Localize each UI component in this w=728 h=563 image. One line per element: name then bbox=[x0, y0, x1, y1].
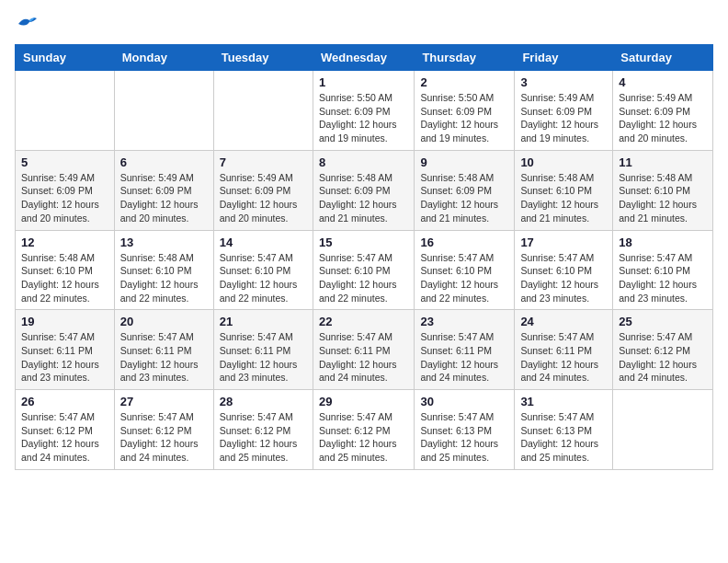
week-row-2: 5Sunrise: 5:49 AM Sunset: 6:09 PM Daylig… bbox=[16, 150, 713, 230]
calendar-cell: 7Sunrise: 5:49 AM Sunset: 6:09 PM Daylig… bbox=[213, 150, 313, 230]
day-info: Sunrise: 5:48 AM Sunset: 6:09 PM Dayligh… bbox=[319, 171, 408, 225]
calendar-cell: 27Sunrise: 5:47 AM Sunset: 6:12 PM Dayli… bbox=[114, 390, 213, 470]
day-info: Sunrise: 5:47 AM Sunset: 6:10 PM Dayligh… bbox=[420, 251, 508, 305]
day-number: 14 bbox=[220, 236, 307, 249]
weekday-header-saturday: Saturday bbox=[613, 45, 713, 71]
day-number: 22 bbox=[319, 315, 408, 328]
calendar-cell: 2Sunrise: 5:50 AM Sunset: 6:09 PM Daylig… bbox=[415, 71, 515, 151]
day-info: Sunrise: 5:47 AM Sunset: 6:12 PM Dayligh… bbox=[220, 410, 307, 465]
calendar-cell: 4Sunrise: 5:49 AM Sunset: 6:09 PM Daylig… bbox=[613, 71, 713, 151]
calendar-cell: 19Sunrise: 5:47 AM Sunset: 6:11 PM Dayli… bbox=[16, 310, 115, 390]
calendar-cell: 25Sunrise: 5:47 AM Sunset: 6:12 PM Dayli… bbox=[613, 310, 713, 390]
week-row-4: 19Sunrise: 5:47 AM Sunset: 6:11 PM Dayli… bbox=[16, 310, 713, 390]
day-info: Sunrise: 5:47 AM Sunset: 6:10 PM Dayligh… bbox=[220, 251, 307, 305]
calendar-cell: 23Sunrise: 5:47 AM Sunset: 6:11 PM Dayli… bbox=[415, 310, 515, 390]
day-info: Sunrise: 5:47 AM Sunset: 6:10 PM Dayligh… bbox=[520, 251, 607, 305]
week-row-1: 1Sunrise: 5:50 AM Sunset: 6:09 PM Daylig… bbox=[16, 71, 713, 151]
day-info: Sunrise: 5:49 AM Sunset: 6:09 PM Dayligh… bbox=[120, 171, 208, 225]
day-info: Sunrise: 5:49 AM Sunset: 6:09 PM Dayligh… bbox=[619, 91, 707, 145]
day-info: Sunrise: 5:48 AM Sunset: 6:10 PM Dayligh… bbox=[120, 251, 208, 305]
day-info: Sunrise: 5:47 AM Sunset: 6:13 PM Dayligh… bbox=[520, 410, 607, 465]
calendar-cell: 6Sunrise: 5:49 AM Sunset: 6:09 PM Daylig… bbox=[114, 150, 213, 230]
day-info: Sunrise: 5:47 AM Sunset: 6:12 PM Dayligh… bbox=[120, 410, 208, 465]
day-info: Sunrise: 5:49 AM Sunset: 6:09 PM Dayligh… bbox=[21, 171, 108, 225]
day-info: Sunrise: 5:47 AM Sunset: 6:11 PM Dayligh… bbox=[319, 330, 408, 385]
day-info: Sunrise: 5:49 AM Sunset: 6:09 PM Dayligh… bbox=[220, 171, 307, 225]
calendar-cell: 28Sunrise: 5:47 AM Sunset: 6:12 PM Dayli… bbox=[213, 390, 313, 470]
day-number: 8 bbox=[319, 155, 408, 169]
page-header bbox=[15, 15, 713, 33]
day-info: Sunrise: 5:50 AM Sunset: 6:09 PM Dayligh… bbox=[420, 91, 508, 145]
day-number: 18 bbox=[619, 236, 707, 249]
day-number: 13 bbox=[120, 236, 208, 249]
calendar-cell: 8Sunrise: 5:48 AM Sunset: 6:09 PM Daylig… bbox=[313, 150, 414, 230]
day-info: Sunrise: 5:47 AM Sunset: 6:10 PM Dayligh… bbox=[619, 251, 707, 305]
day-info: Sunrise: 5:47 AM Sunset: 6:12 PM Dayligh… bbox=[619, 330, 707, 385]
calendar-cell: 15Sunrise: 5:47 AM Sunset: 6:10 PM Dayli… bbox=[313, 230, 414, 310]
day-number: 25 bbox=[619, 315, 707, 328]
day-number: 6 bbox=[120, 155, 208, 169]
weekday-header-friday: Friday bbox=[515, 45, 613, 71]
calendar-cell: 3Sunrise: 5:49 AM Sunset: 6:09 PM Daylig… bbox=[515, 71, 613, 151]
day-number: 21 bbox=[220, 315, 307, 328]
day-info: Sunrise: 5:47 AM Sunset: 6:11 PM Dayligh… bbox=[520, 330, 607, 385]
calendar-cell: 29Sunrise: 5:47 AM Sunset: 6:12 PM Dayli… bbox=[313, 390, 414, 470]
day-number: 30 bbox=[420, 395, 508, 408]
day-info: Sunrise: 5:47 AM Sunset: 6:12 PM Dayligh… bbox=[319, 410, 408, 465]
day-info: Sunrise: 5:47 AM Sunset: 6:12 PM Dayligh… bbox=[21, 410, 108, 465]
calendar-cell: 11Sunrise: 5:48 AM Sunset: 6:10 PM Dayli… bbox=[613, 150, 713, 230]
calendar-cell: 17Sunrise: 5:47 AM Sunset: 6:10 PM Dayli… bbox=[515, 230, 613, 310]
day-number: 10 bbox=[520, 155, 607, 169]
day-number: 24 bbox=[520, 315, 607, 328]
calendar-cell: 30Sunrise: 5:47 AM Sunset: 6:13 PM Dayli… bbox=[415, 390, 515, 470]
day-number: 31 bbox=[520, 395, 607, 408]
day-number: 12 bbox=[21, 236, 108, 249]
day-number: 11 bbox=[619, 155, 707, 169]
day-number: 20 bbox=[120, 315, 208, 328]
calendar-cell: 16Sunrise: 5:47 AM Sunset: 6:10 PM Dayli… bbox=[415, 230, 515, 310]
weekday-header-monday: Monday bbox=[114, 45, 213, 71]
day-number: 5 bbox=[21, 155, 108, 169]
weekday-header-thursday: Thursday bbox=[415, 45, 515, 71]
weekday-header-tuesday: Tuesday bbox=[213, 45, 313, 71]
logo bbox=[15, 15, 39, 33]
day-info: Sunrise: 5:47 AM Sunset: 6:13 PM Dayligh… bbox=[420, 410, 508, 465]
day-number: 29 bbox=[319, 395, 408, 408]
calendar-cell: 20Sunrise: 5:47 AM Sunset: 6:11 PM Dayli… bbox=[114, 310, 213, 390]
day-number: 15 bbox=[319, 236, 408, 249]
day-info: Sunrise: 5:48 AM Sunset: 6:10 PM Dayligh… bbox=[619, 171, 707, 225]
calendar-cell: 10Sunrise: 5:48 AM Sunset: 6:10 PM Dayli… bbox=[515, 150, 613, 230]
weekday-header-sunday: Sunday bbox=[16, 45, 115, 71]
calendar-cell bbox=[213, 71, 313, 151]
day-number: 3 bbox=[520, 75, 607, 89]
day-info: Sunrise: 5:47 AM Sunset: 6:10 PM Dayligh… bbox=[319, 251, 408, 305]
calendar-cell: 18Sunrise: 5:47 AM Sunset: 6:10 PM Dayli… bbox=[613, 230, 713, 310]
calendar-cell: 1Sunrise: 5:50 AM Sunset: 6:09 PM Daylig… bbox=[313, 71, 414, 151]
day-info: Sunrise: 5:47 AM Sunset: 6:11 PM Dayligh… bbox=[420, 330, 508, 385]
day-number: 2 bbox=[420, 75, 508, 89]
day-number: 27 bbox=[120, 395, 208, 408]
day-number: 9 bbox=[420, 155, 508, 169]
calendar-cell: 14Sunrise: 5:47 AM Sunset: 6:10 PM Dayli… bbox=[213, 230, 313, 310]
calendar-cell bbox=[16, 71, 115, 151]
calendar-cell: 5Sunrise: 5:49 AM Sunset: 6:09 PM Daylig… bbox=[16, 150, 115, 230]
day-info: Sunrise: 5:48 AM Sunset: 6:09 PM Dayligh… bbox=[420, 171, 508, 225]
weekday-header-wednesday: Wednesday bbox=[313, 45, 414, 71]
calendar-cell: 26Sunrise: 5:47 AM Sunset: 6:12 PM Dayli… bbox=[16, 390, 115, 470]
calendar-cell: 12Sunrise: 5:48 AM Sunset: 6:10 PM Dayli… bbox=[16, 230, 115, 310]
week-row-5: 26Sunrise: 5:47 AM Sunset: 6:12 PM Dayli… bbox=[16, 390, 713, 470]
day-info: Sunrise: 5:47 AM Sunset: 6:11 PM Dayligh… bbox=[21, 330, 108, 385]
day-number: 26 bbox=[21, 395, 108, 408]
day-info: Sunrise: 5:50 AM Sunset: 6:09 PM Dayligh… bbox=[319, 91, 408, 145]
day-number: 19 bbox=[21, 315, 108, 328]
calendar-cell: 24Sunrise: 5:47 AM Sunset: 6:11 PM Dayli… bbox=[515, 310, 613, 390]
day-number: 16 bbox=[420, 236, 508, 249]
calendar-cell bbox=[114, 71, 213, 151]
day-number: 28 bbox=[220, 395, 307, 408]
calendar-cell: 21Sunrise: 5:47 AM Sunset: 6:11 PM Dayli… bbox=[213, 310, 313, 390]
calendar-cell: 13Sunrise: 5:48 AM Sunset: 6:10 PM Dayli… bbox=[114, 230, 213, 310]
day-number: 23 bbox=[420, 315, 508, 328]
day-number: 7 bbox=[220, 155, 307, 169]
day-info: Sunrise: 5:47 AM Sunset: 6:11 PM Dayligh… bbox=[220, 330, 307, 385]
weekday-header-row: SundayMondayTuesdayWednesdayThursdayFrid… bbox=[16, 45, 713, 71]
